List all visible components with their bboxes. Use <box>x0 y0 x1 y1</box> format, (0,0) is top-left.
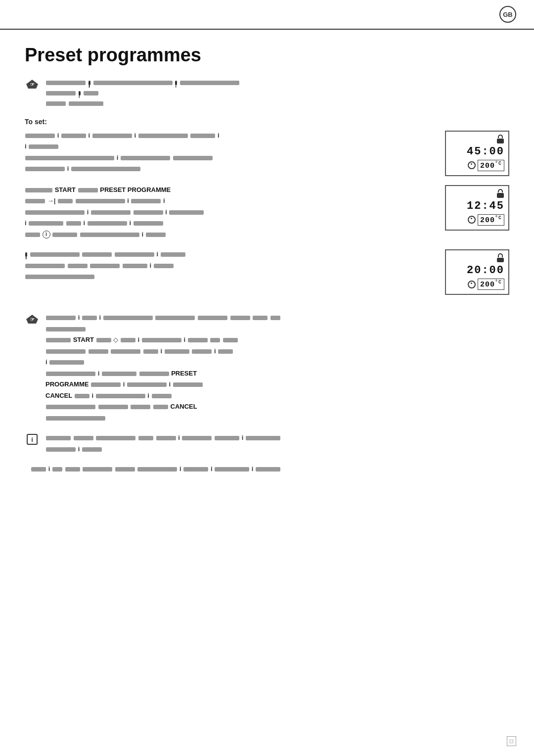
page: GB Preset programmes ☞ i i i <box>0 0 534 756</box>
time-display-2: 12:45 <box>450 200 504 212</box>
instruction-text-1: i i i i i i <box>25 131 437 175</box>
dial-icon-3 <box>468 281 476 288</box>
instruction-block-1: i i i i i i <box>25 131 509 176</box>
page-title: Preset programmes <box>25 45 509 66</box>
tip-section-1: ☞ i i i <box>25 78 509 109</box>
time-display-1: 45:00 <box>450 145 504 158</box>
time-display-3: 20:00 <box>450 264 504 277</box>
info-section: i i i i <box>25 433 509 455</box>
tip-text-1: i i i <box>45 78 509 109</box>
page-number: □ <box>507 736 516 746</box>
temp-display-3: 200°C <box>478 279 504 290</box>
info-icon-wrapper: i <box>25 434 40 445</box>
top-bar: GB <box>0 0 534 30</box>
display-box-2: 12:45 200°C <box>445 185 509 231</box>
to-set-label: To set: <box>25 118 509 126</box>
tip-icon-2: ☞ <box>25 314 40 325</box>
tip-icon-1: ☞ <box>25 79 40 90</box>
gb-badge: GB <box>499 6 516 23</box>
instruction-text-3: i i i <box>25 249 437 283</box>
to-set-section: To set: i i i i i <box>25 118 509 241</box>
instruction-text-2: START PRESET PROGRAMME →| i i <box>25 185 437 241</box>
temp-display-1: 200°C <box>478 160 504 171</box>
dial-icon-1 <box>468 161 476 169</box>
content: Preset programmes ☞ i i i <box>0 30 534 495</box>
section-2: i i i <box>25 249 509 304</box>
circle-i-icon: i <box>43 231 50 238</box>
lock-icon-3 <box>496 253 504 262</box>
instruction-block-3: i i i <box>25 249 509 295</box>
dial-icon-2 <box>468 216 476 224</box>
display-box-3: 20:00 200°C <box>445 249 509 295</box>
info-text: i i i <box>45 433 509 455</box>
final-row: i i i i <box>25 464 509 474</box>
instruction-block-2: START PRESET PROGRAMME →| i i <box>25 185 509 241</box>
temp-display-2: 200°C <box>478 214 504 226</box>
tip-text-2: i i START ◇ <box>45 313 509 424</box>
lock-icon-2 <box>496 189 504 198</box>
display-box-1: 45:00 200°C <box>445 131 509 176</box>
svg-text:☞: ☞ <box>30 82 35 87</box>
info-icon: i <box>27 434 38 445</box>
svg-text:☞: ☞ <box>30 317 35 322</box>
lock-icon-1 <box>496 135 504 143</box>
tip-section-2: ☞ i i <box>25 313 509 424</box>
